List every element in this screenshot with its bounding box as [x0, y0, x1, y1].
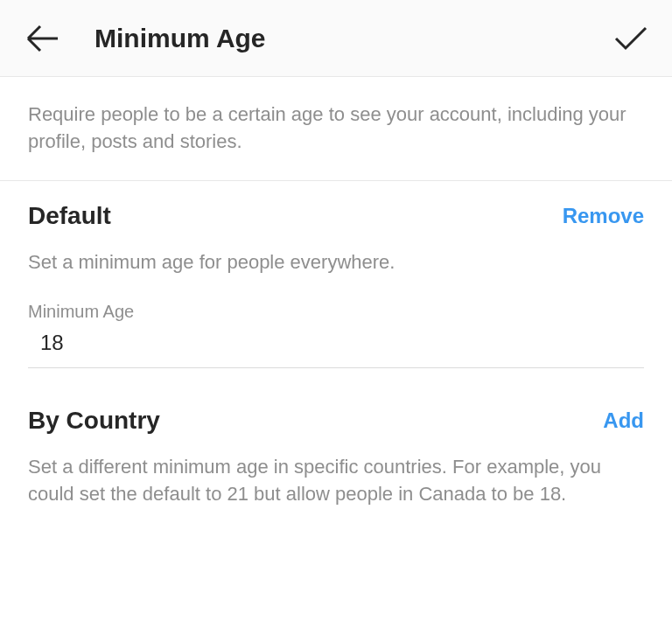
- add-button[interactable]: Add: [603, 408, 644, 433]
- remove-button[interactable]: Remove: [563, 204, 644, 228]
- country-section-header: By Country Add: [28, 407, 644, 435]
- header-bar: Minimum Age: [0, 0, 672, 77]
- minimum-age-field[interactable]: 18: [28, 331, 644, 368]
- minimum-age-label: Minimum Age: [28, 302, 644, 322]
- back-button[interactable]: [21, 17, 63, 59]
- minimum-age-value: 18: [40, 331, 64, 355]
- default-title: Default: [28, 202, 111, 230]
- country-section: By Country Add Set a different minimum a…: [0, 368, 672, 508]
- default-section-header: Default Remove: [28, 202, 644, 230]
- intro-section: Require people to be a certain age to se…: [0, 77, 672, 181]
- arrow-left-icon: [23, 19, 61, 58]
- country-subtitle: Set a different minimum age in specific …: [28, 454, 644, 508]
- country-title: By Country: [28, 407, 160, 435]
- intro-text: Require people to be a certain age to se…: [28, 101, 644, 156]
- default-subtitle: Set a minimum age for people everywhere.: [28, 249, 644, 276]
- default-section: Default Remove Set a minimum age for peo…: [0, 181, 672, 369]
- check-icon: [611, 19, 649, 58]
- page-title: Minimum Age: [94, 24, 609, 53]
- confirm-button[interactable]: [609, 17, 651, 59]
